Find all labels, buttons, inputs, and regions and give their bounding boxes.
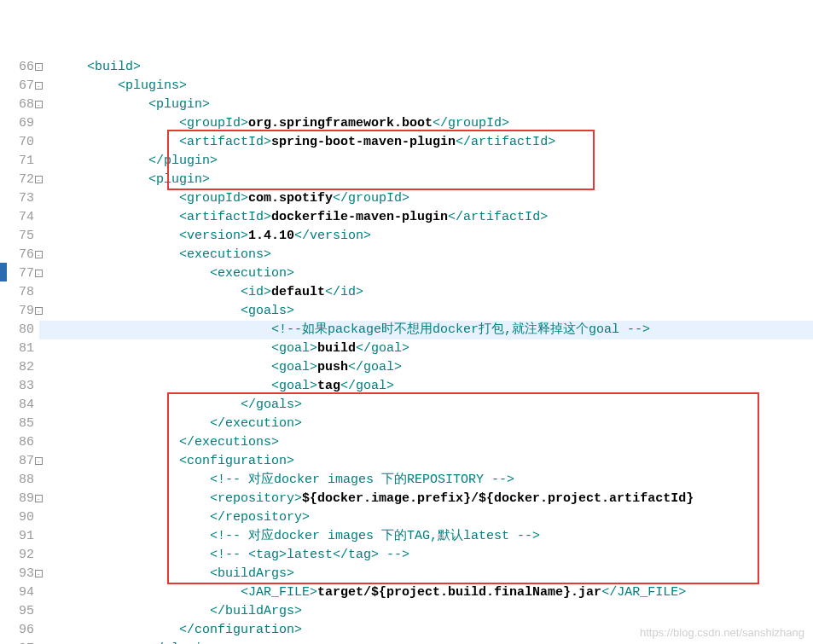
xml-tag: </groupId> xyxy=(433,116,509,131)
code-line[interactable]: <executions> xyxy=(56,246,813,264)
line-number: 95 xyxy=(0,602,34,621)
code-line[interactable]: <goals> xyxy=(56,302,813,321)
line-number: 84 xyxy=(0,396,34,415)
code-line[interactable]: </executions> xyxy=(56,433,813,452)
line-number: 80 xyxy=(0,321,34,339)
xml-tag: <plugin> xyxy=(148,97,210,112)
xml-tag: </JAR_FILE> xyxy=(601,585,686,600)
code-line[interactable]: <!--如果package时不想用docker打包,就注释掉这个goal --> xyxy=(56,321,813,339)
xml-tag: <configuration> xyxy=(179,454,294,468)
xml-text: spring-boot-maven-plugin xyxy=(271,135,456,149)
line-number: 79- xyxy=(0,302,34,321)
xml-tag: <artifactId> xyxy=(179,135,271,149)
xml-text: com.spotify xyxy=(248,191,333,206)
code-line[interactable]: </execution> xyxy=(56,415,813,433)
code-line[interactable]: </plugin> xyxy=(56,152,813,171)
code-line[interactable]: <plugins> xyxy=(56,77,813,96)
code-line[interactable]: <configuration> xyxy=(56,452,813,471)
line-number: 86 xyxy=(0,433,34,452)
line-number-gutter: 66-67-68-69707172-73747576-77-7879-80818… xyxy=(0,58,39,644)
code-line[interactable]: <groupId>org.springframework.boot</group… xyxy=(56,114,813,133)
xml-tag: </id> xyxy=(325,285,363,299)
xml-comment: <!-- 对应docker images 下的TAG,默认latest --> xyxy=(210,529,540,543)
line-number: 81 xyxy=(0,339,34,358)
current-line-gutter-marker xyxy=(0,263,7,281)
code-line[interactable]: <!-- 对应docker images 下的REPOSITORY --> xyxy=(56,471,813,490)
code-line[interactable]: <!-- 对应docker images 下的TAG,默认latest --> xyxy=(56,527,813,546)
xml-comment: <!-- 对应docker images 下的REPOSITORY --> xyxy=(210,473,514,487)
line-number: 83 xyxy=(0,377,34,396)
code-line[interactable]: <goal>build</goal> xyxy=(56,339,813,358)
code-line[interactable]: <id>default</id> xyxy=(56,283,813,302)
xml-tag: </goal> xyxy=(340,379,394,393)
code-line[interactable]: <groupId>com.spotify</groupId> xyxy=(56,189,813,208)
code-line[interactable]: <artifactId>spring-boot-maven-plugin</ar… xyxy=(56,133,813,152)
line-number: 68- xyxy=(0,96,34,114)
line-number: 69 xyxy=(0,114,34,133)
code-line[interactable]: </repository> xyxy=(56,508,813,527)
line-number: 96 xyxy=(0,621,34,640)
line-number: 78 xyxy=(0,283,34,302)
line-number: 71 xyxy=(0,152,34,171)
xml-tag: <execution> xyxy=(210,266,294,281)
xml-tag: <repository> xyxy=(210,491,302,506)
code-editor: 66-67-68-69707172-73747576-77-7879-80818… xyxy=(0,58,813,644)
code-line[interactable]: <goal>tag</goal> xyxy=(56,377,813,396)
xml-tag: </plugin> xyxy=(148,154,218,168)
line-number: 97 xyxy=(0,640,34,644)
code-line[interactable]: <artifactId>dockerfile-maven-plugin</art… xyxy=(56,208,813,227)
code-line[interactable]: <plugin> xyxy=(56,96,813,114)
code-line[interactable]: </buildArgs> xyxy=(56,602,813,621)
xml-tag: </goal> xyxy=(348,360,402,374)
xml-tag: </configuration> xyxy=(179,623,302,637)
xml-text: tag xyxy=(317,379,340,393)
code-line[interactable]: <JAR_FILE>target/${project.build.finalNa… xyxy=(56,583,813,602)
xml-tag: </buildArgs> xyxy=(210,604,302,618)
code-line[interactable]: <repository>${docker.image.prefix}/${doc… xyxy=(56,490,813,508)
code-line[interactable]: <build> xyxy=(56,58,813,77)
code-line[interactable]: <version>1.4.10</version> xyxy=(56,227,813,246)
code-line[interactable]: <goal>push</goal> xyxy=(56,358,813,377)
line-number: 72- xyxy=(0,171,34,189)
xml-tag: </goal> xyxy=(356,341,409,356)
xml-text: org.springframework.boot xyxy=(248,116,433,131)
code-line[interactable]: <execution> xyxy=(56,264,813,283)
code-line[interactable]: <!-- <tag>latest</tag> --> xyxy=(56,546,813,565)
line-number: 93- xyxy=(0,565,34,583)
code-line[interactable]: </goals> xyxy=(56,396,813,415)
line-number: 73 xyxy=(0,189,34,208)
xml-comment: <!-- <tag>latest</tag> --> xyxy=(210,548,409,562)
xml-tag: <goal> xyxy=(271,379,317,393)
line-number: 92 xyxy=(0,546,34,565)
watermark-text: https://blog.csdn.net/sanshizhang xyxy=(640,626,804,639)
xml-tag: </repository> xyxy=(210,510,310,525)
line-number: 67- xyxy=(0,77,34,96)
xml-text: dockerfile-maven-plugin xyxy=(271,210,448,224)
line-number: 94 xyxy=(0,583,34,602)
xml-tag: </version> xyxy=(294,229,371,243)
code-area[interactable]: <build> <plugins> <plugin> <groupId>org.… xyxy=(39,58,813,644)
xml-tag: <plugins> xyxy=(118,78,187,93)
xml-tag: </artifactId> xyxy=(448,210,548,224)
code-line[interactable]: <buildArgs> xyxy=(56,565,813,583)
code-line[interactable]: </plugin> xyxy=(56,640,813,644)
xml-tag: <goal> xyxy=(271,341,317,356)
line-number: 70 xyxy=(0,133,34,152)
line-number: 75 xyxy=(0,227,34,246)
xml-tag: <executions> xyxy=(179,247,271,262)
xml-text: build xyxy=(317,341,356,356)
line-number: 91 xyxy=(0,527,34,546)
xml-text: push xyxy=(317,360,348,374)
xml-tag: <goals> xyxy=(241,304,294,318)
xml-tag: </execution> xyxy=(210,416,302,431)
line-number: 82 xyxy=(0,358,34,377)
line-number: 90 xyxy=(0,508,34,527)
line-number: 74 xyxy=(0,208,34,227)
xml-text: default xyxy=(271,285,325,299)
xml-tag: <version> xyxy=(179,229,248,243)
xml-tag: <artifactId> xyxy=(179,210,271,224)
xml-tag: <plugin> xyxy=(148,172,210,187)
code-line[interactable]: <plugin> xyxy=(56,171,813,189)
line-number: 87- xyxy=(0,452,34,471)
xml-tag: </goals> xyxy=(241,397,302,412)
